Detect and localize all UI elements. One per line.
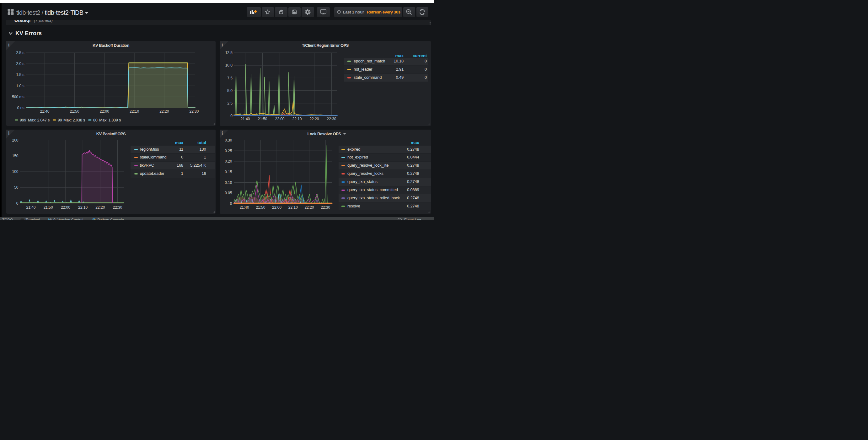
svg-text:Max: 2.038 s: Max: 2.038 s: [63, 118, 85, 122]
svg-text:0.10: 0.10: [225, 181, 232, 185]
svg-text:22:10: 22:10: [288, 205, 298, 210]
svg-text:22:20: 22:20: [95, 205, 105, 210]
svg-text:1.0 s: 1.0 s: [16, 84, 24, 88]
svg-text:999: 999: [20, 118, 26, 122]
svg-text:21:40: 21:40: [40, 109, 49, 113]
svg-text:Max: 2.047 s: Max: 2.047 s: [28, 118, 50, 122]
svg-text:0.15: 0.15: [225, 170, 232, 174]
svg-text:200: 200: [12, 138, 18, 143]
svg-text:0: 0: [230, 201, 232, 206]
svg-text:150: 150: [12, 154, 18, 158]
svg-text:12.5: 12.5: [225, 51, 233, 55]
svg-text:22:20: 22:20: [309, 117, 319, 121]
svg-text:2.5 s: 2.5 s: [16, 51, 24, 55]
svg-text:50: 50: [14, 185, 19, 190]
svg-text:500 ms: 500 ms: [12, 94, 24, 99]
svg-text:2.0 s: 2.0 s: [16, 62, 24, 66]
svg-text:22:00: 22:00: [272, 205, 281, 210]
svg-text:0.20: 0.20: [225, 159, 232, 163]
svg-text:100: 100: [12, 169, 18, 174]
svg-text:10.0: 10.0: [225, 63, 233, 67]
svg-text:99: 99: [58, 118, 62, 122]
svg-text:21:50: 21:50: [70, 109, 80, 113]
svg-text:22:00: 22:00: [100, 109, 109, 113]
svg-text:22:30: 22:30: [327, 117, 336, 121]
svg-text:22:20: 22:20: [159, 109, 169, 113]
svg-text:0: 0: [16, 201, 19, 206]
svg-text:22:00: 22:00: [275, 117, 284, 121]
svg-text:22:30: 22:30: [189, 109, 199, 113]
svg-text:0.25: 0.25: [225, 149, 232, 153]
svg-text:22:20: 22:20: [304, 205, 314, 210]
svg-text:80: 80: [93, 118, 98, 122]
svg-text:0: 0: [230, 114, 232, 118]
svg-text:1.5 s: 1.5 s: [16, 72, 24, 77]
svg-text:21:40: 21:40: [240, 117, 250, 121]
svg-text:22:10: 22:10: [292, 117, 302, 121]
svg-text:21:50: 21:50: [258, 117, 267, 121]
svg-text:0.30: 0.30: [225, 138, 232, 143]
svg-text:22:30: 22:30: [113, 205, 122, 210]
svg-text:21:50: 21:50: [43, 205, 53, 210]
svg-text:0.05: 0.05: [225, 191, 232, 195]
svg-text:21:50: 21:50: [256, 205, 265, 210]
svg-text:21:40: 21:40: [240, 205, 249, 210]
svg-text:22:30: 22:30: [321, 205, 330, 210]
svg-text:22:10: 22:10: [78, 205, 88, 210]
svg-text:0 ns: 0 ns: [17, 105, 25, 110]
svg-text:5.0: 5.0: [227, 88, 232, 93]
svg-text:7.5: 7.5: [227, 75, 232, 80]
svg-text:2.5: 2.5: [227, 101, 232, 105]
svg-text:21:40: 21:40: [26, 205, 35, 210]
svg-text:22:10: 22:10: [130, 109, 139, 113]
svg-text:Max: 1.839 s: Max: 1.839 s: [99, 118, 121, 122]
svg-text:22:00: 22:00: [61, 205, 70, 210]
